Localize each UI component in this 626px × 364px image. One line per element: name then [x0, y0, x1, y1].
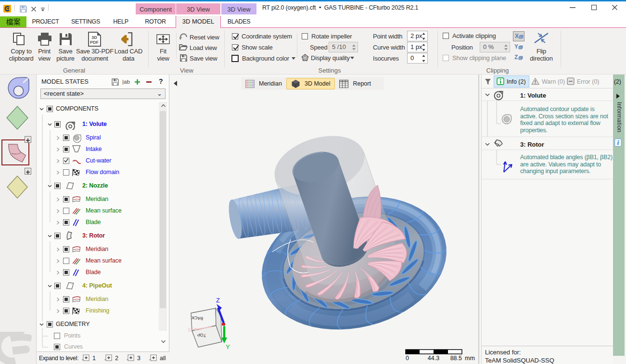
svg-text:X: X	[188, 327, 191, 333]
svg-text:TOP: TOP	[197, 332, 206, 338]
svg-text:Y: Y	[514, 43, 518, 50]
svg-text:mm: mm	[465, 355, 475, 362]
svg-text:PDF: PDF	[90, 40, 99, 45]
svg-text:44.3: 44.3	[428, 355, 439, 362]
svg-text:Y: Y	[226, 343, 230, 351]
svg-text:3D: 3D	[91, 35, 97, 40]
svg-text:Z: Z	[514, 54, 518, 61]
svg-text:Z: Z	[216, 297, 220, 304]
svg-text:X: X	[515, 33, 519, 39]
svg-text:88.5: 88.5	[450, 355, 462, 362]
svg-text:0: 0	[406, 355, 409, 362]
